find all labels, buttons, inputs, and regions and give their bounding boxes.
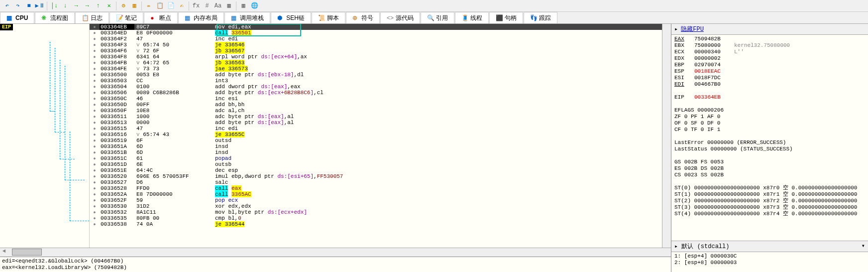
disasm-row[interactable]: ●00336513 0000add byte ptr ds:[eax],al [90, 120, 662, 126]
disasm-row[interactable]: ●003364F6v 72 6Fjb 336567 [90, 48, 662, 54]
breakpoint-dot[interactable]: ● [90, 155, 100, 161]
tab-SEH链[interactable]: ⬢SEH链 [271, 12, 311, 23]
breakpoint-dot[interactable]: ● [90, 203, 100, 209]
toolbar-btn-18[interactable]: Aa [213, 1, 223, 11]
toolbar-btn-15[interactable]: ✍ [177, 1, 187, 11]
breakpoint-dot[interactable]: ● [90, 137, 100, 143]
toolbar-btn-0[interactable]: ↶ [2, 1, 12, 11]
register-row[interactable]: ECX00000340L'' [674, 49, 865, 55]
stack-menu-icon[interactable]: ▾ [862, 242, 865, 250]
disasm-row[interactable]: ●003364ED E8 0F000000call 336501 [90, 30, 662, 36]
tab-源代码[interactable]: <>源代码 [380, 12, 420, 23]
breakpoint-dot[interactable]: ● [90, 173, 100, 179]
toolbar-btn-16[interactable]: fx [191, 1, 201, 11]
toolbar-btn-10[interactable]: ⚙ [118, 1, 128, 11]
disasm-row[interactable]: ●00336530 31D2xor edx,edx [90, 203, 662, 209]
breakpoint-dot[interactable]: ● [90, 108, 100, 114]
toolbar-btn-11[interactable]: ▦ [129, 1, 139, 11]
stack-collapse-icon[interactable]: ▸ [674, 243, 678, 250]
toolbar-btn-1[interactable]: ↷ [13, 1, 23, 11]
breakpoint-dot[interactable]: ● [90, 191, 100, 197]
breakpoint-dot[interactable]: ● [90, 90, 100, 96]
tab-内存布局[interactable]: ▦内存布局 [178, 12, 224, 23]
stack-row[interactable]: 1: [esp+4] 0000030C [674, 253, 865, 260]
disasm-row[interactable]: ●0033651D 6Eoutsb [90, 161, 662, 167]
disasm-row[interactable]: ●00336515 47inc edi [90, 126, 662, 132]
disasm-row[interactable]: ●0033650C 46inc esi [90, 96, 662, 102]
stack-body[interactable]: 1: [esp+4] 0000030C2: [esp+8] 00000003 [671, 252, 868, 272]
breakpoint-dot[interactable]: ● [90, 102, 100, 108]
breakpoint-dot[interactable]: ● [90, 48, 100, 54]
register-row[interactable]: EBP02970074 [674, 62, 865, 68]
tab-脚本[interactable]: 📜脚本 [312, 12, 345, 23]
toolbar-btn-5[interactable]: ↓ [60, 1, 70, 11]
toolbar-btn-12[interactable]: ✏ [144, 1, 154, 11]
scroll-thumb[interactable] [12, 249, 42, 256]
tab-CPU[interactable]: ▦CPU [0, 12, 34, 23]
disasm-row[interactable]: ●003364FBv 64:72 65jb 336563 [90, 60, 662, 66]
breakpoint-dot[interactable]: ● [90, 149, 100, 155]
register-row[interactable]: EAX7509482B [674, 36, 865, 42]
vertical-scrollbar[interactable] [662, 24, 671, 248]
toolbar-btn-20[interactable]: ▦ [238, 1, 248, 11]
disasm-row[interactable]: ●00336511 1000adc byte ptr ds:[eax],al [90, 114, 662, 120]
toolbar-btn-14[interactable]: 📄 [166, 1, 176, 11]
tab-日志[interactable]: 📋日志 [75, 12, 109, 23]
toolbar-btn-4[interactable]: │↓ [49, 1, 59, 11]
disasm-row[interactable]: ●003364F8 6341 64arpl word ptr ds:[ecx+6… [90, 54, 662, 60]
disasm-row[interactable]: ●00336527 D6salc [90, 179, 662, 185]
breakpoint-dot[interactable]: ● [90, 167, 100, 173]
breakpoint-dot[interactable]: ● [90, 179, 100, 185]
toolbar-btn-6[interactable]: → [71, 1, 81, 11]
disasm-row[interactable]: ●0033652F 59pop ecx [90, 197, 662, 203]
breakpoint-dot[interactable]: ● [90, 221, 100, 227]
toolbar-btn-3[interactable]: ▶⏸ [35, 1, 45, 11]
breakpoint-dot[interactable]: ● [90, 185, 100, 191]
eip-row[interactable]: EIP003364EB [674, 94, 865, 101]
breakpoint-dot[interactable]: ● [90, 42, 100, 48]
tab-调用堆栈[interactable]: ▦调用堆栈 [224, 12, 270, 23]
breakpoint-dot[interactable]: ● [90, 197, 100, 203]
tab-笔记[interactable]: 📝笔记 [109, 12, 143, 23]
toolbar-btn-9[interactable]: ✕ [104, 1, 114, 11]
tab-符号[interactable]: ⊕符号 [346, 12, 380, 23]
hide-fpu-link[interactable]: 隐藏FPU [681, 25, 704, 33]
disasm-row[interactable]: ●003364EB 89C7mov edi,eax [90, 24, 662, 30]
disasm-row[interactable]: ●00336535 80FB 00cmp bl,0 [90, 215, 662, 221]
breakpoint-dot[interactable]: ● [90, 215, 100, 221]
register-row[interactable]: EDX00000002 [674, 55, 865, 62]
breakpoint-dot[interactable]: ● [90, 132, 100, 137]
toolbar-btn-17[interactable]: # [202, 1, 212, 11]
breakpoint-dot[interactable]: ● [90, 143, 100, 149]
stack-row[interactable]: 2: [esp+8] 00000003 [674, 260, 865, 266]
disasm-row[interactable]: ●00336500 0053 E8add byte ptr ds:[ebx-18… [90, 72, 662, 78]
disasm-row[interactable]: ●003364FEv 73 73jae 336573 [90, 66, 662, 72]
breakpoint-dot[interactable]: ● [90, 36, 100, 42]
disasm-row[interactable]: ●0033651C 61popad [90, 155, 662, 161]
breakpoint-dot[interactable]: ● [90, 120, 100, 126]
tab-引用[interactable]: 🔍引用 [421, 12, 454, 23]
breakpoint-dot[interactable]: ● [90, 126, 100, 132]
register-row[interactable]: ESI0018F7DC [674, 75, 865, 81]
toolbar-btn-19[interactable]: ▦ [224, 1, 234, 11]
tab-线程[interactable]: 🧵线程 [455, 12, 489, 23]
register-row[interactable]: ESP0018EEAC [674, 68, 865, 75]
tab-句柄[interactable]: ⬛句柄 [489, 12, 523, 23]
disasm-row[interactable]: ●0033651B 6Dinsd [90, 149, 662, 155]
disasm-row[interactable]: ●0033652A E8 7D000000call 3365AC [90, 191, 662, 197]
disasm-row[interactable]: ●0033650D 00FFadd bh,bh [90, 102, 662, 108]
breakpoint-dot[interactable]: ● [90, 60, 100, 66]
disasm-row[interactable]: ●00336504 0100add dword ptr ds:[eax],eax [90, 84, 662, 90]
disasm-row[interactable]: ●0033650F 10E8adc al,ch [90, 108, 662, 114]
breakpoint-dot[interactable]: ● [90, 114, 100, 120]
tab-流程图[interactable]: ❋流程图 [35, 12, 75, 23]
toolbar-btn-13[interactable]: 📋 [155, 1, 165, 11]
disasm-row[interactable]: ●00336516v 65:74 43je 33655C [90, 132, 662, 137]
breakpoint-dot[interactable]: ● [90, 96, 100, 102]
register-row[interactable]: EBX75080000kernel32.75080000 [674, 42, 865, 49]
toolbar-btn-8[interactable]: ↑ [93, 1, 103, 11]
breakpoint-dot[interactable]: ● [90, 209, 100, 215]
breakpoint-dot[interactable]: ● [90, 66, 100, 72]
disasm-row[interactable]: ●00336503 CCint3 [90, 78, 662, 84]
toolbar-btn-21[interactable]: 🌐 [249, 1, 259, 11]
